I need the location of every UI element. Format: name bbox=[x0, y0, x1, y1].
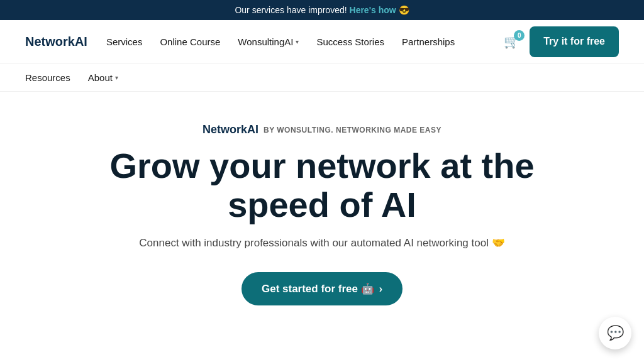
logo[interactable]: NetworkAI bbox=[25, 35, 87, 49]
about-chevron-icon: ▾ bbox=[115, 74, 118, 81]
top-banner: Our services have improved! Here's how 😎 bbox=[0, 0, 644, 20]
hero-brand-logo: NetworkAI bbox=[203, 123, 258, 136]
hero-brand-tagline: BY WONSULTING. NETWORKING MADE EASY bbox=[264, 126, 441, 134]
get-started-button[interactable]: Get started for free 🤖 › bbox=[242, 272, 402, 305]
chevron-down-icon: ▾ bbox=[296, 38, 299, 45]
nav-online-course[interactable]: Online Course bbox=[160, 36, 220, 47]
cart-badge: 0 bbox=[514, 30, 525, 41]
navbar-row2: Resources About ▾ bbox=[0, 64, 644, 92]
hero-title: Grow your network at the speed of AI bbox=[70, 146, 574, 224]
nav-about[interactable]: About ▾ bbox=[88, 72, 118, 83]
nav-right: 🛒 0 Try it for free bbox=[504, 26, 619, 57]
cart-button[interactable]: 🛒 0 bbox=[504, 34, 519, 49]
hero-brand: NetworkAI BY WONSULTING. NETWORKING MADE… bbox=[203, 123, 441, 136]
nav-partnerships[interactable]: Partnerships bbox=[402, 36, 455, 47]
nav-success-stories[interactable]: Success Stories bbox=[316, 36, 384, 47]
nav-links: Services Online Course WonsultingAI ▾ Su… bbox=[106, 36, 504, 47]
banner-link[interactable]: Here's how 😎 bbox=[350, 5, 409, 15]
chat-icon: 💬 bbox=[607, 325, 624, 341]
try-free-button[interactable]: Try it for free bbox=[530, 26, 619, 57]
hero-section: NetworkAI BY WONSULTING. NETWORKING MADE… bbox=[0, 92, 644, 331]
nav-services[interactable]: Services bbox=[106, 36, 143, 47]
nav-row2-links: Resources About ▾ bbox=[25, 72, 118, 83]
hero-subtitle: Connect with industry professionals with… bbox=[139, 236, 504, 250]
navbar: NetworkAI Services Online Course Wonsult… bbox=[0, 20, 644, 64]
get-started-label: Get started for free 🤖 bbox=[262, 282, 374, 295]
nav-resources[interactable]: Resources bbox=[25, 72, 70, 83]
arrow-icon: › bbox=[379, 283, 382, 295]
banner-text: Our services have improved! bbox=[235, 5, 347, 15]
chat-bubble-button[interactable]: 💬 bbox=[599, 317, 631, 349]
nav-wonsulting[interactable]: WonsultingAI ▾ bbox=[238, 36, 299, 47]
